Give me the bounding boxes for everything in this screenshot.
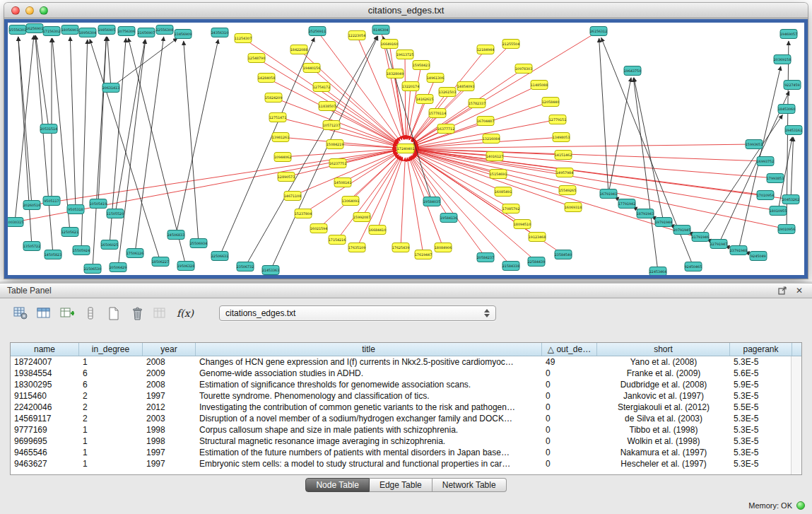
column-header-1[interactable]: in_degree	[79, 343, 143, 356]
svg-text:15782337: 15782337	[469, 102, 486, 105]
table-vertical-scrollbar[interactable]	[791, 356, 801, 474]
svg-text:15154691: 15154691	[490, 173, 507, 176]
table-cell: 0	[542, 368, 597, 379]
svg-text:23791948: 23791948	[730, 249, 747, 252]
table-cell: Wolkin et al. (1998)	[597, 436, 730, 447]
table-cell: 0	[542, 436, 597, 447]
table-row[interactable]: 1830029562008Estimation of significance …	[11, 379, 801, 390]
network-canvas[interactable]: 1555630116256901171563021805690318956304…	[8, 23, 804, 275]
svg-text:12184944: 12184944	[477, 48, 494, 52]
show-columns-icon[interactable]	[35, 305, 53, 322]
table-row[interactable]: 977716911998Corpus callosum shape and si…	[11, 424, 801, 436]
svg-text:16377712: 16377712	[437, 127, 454, 131]
column-header-0[interactable]: name	[11, 343, 79, 356]
svg-text:15556301: 15556301	[9, 28, 26, 32]
svg-text:20369158: 20369158	[774, 58, 791, 62]
zoom-window-icon[interactable]	[40, 6, 48, 15]
svg-text:17625439: 17625439	[392, 246, 409, 250]
svg-text:17156302: 17156302	[43, 30, 60, 33]
table-cell: 0	[542, 413, 597, 424]
svg-text:23456909: 23456909	[175, 33, 192, 36]
svg-text:14961306: 14961306	[427, 76, 444, 80]
table-cell: 1	[79, 436, 143, 447]
table-selector-dropdown[interactable]: citations_edges.txt	[219, 305, 496, 321]
table-row[interactable]: 946554611997Estimation of the future num…	[11, 447, 801, 458]
svg-text:25256911: 25256911	[309, 30, 326, 33]
table-cell: 9465546	[11, 447, 79, 458]
table-cell: 2009	[143, 368, 196, 379]
tab-node-table[interactable]: Node Table	[305, 478, 370, 492]
svg-text:13498053: 13498053	[553, 136, 570, 139]
table-cell: Corpus callosum shape and size in male p…	[196, 424, 542, 436]
node-table: namein_degreeyeartitle△ out_de…shortpage…	[10, 342, 802, 475]
function-builder-icon[interactable]: f(x)	[175, 305, 196, 322]
tab-edge-table[interactable]: Edge Table	[370, 478, 433, 492]
table-cell: 5.3E-5	[730, 356, 792, 368]
svg-text:21656907: 21656907	[138, 31, 155, 35]
svg-text:9505117: 9505117	[44, 199, 59, 203]
table-row[interactable]: 969969511998Structural magnetic resonanc…	[11, 436, 801, 447]
table-cell: 0	[542, 447, 597, 458]
table-row[interactable]: 2242004622012Investigating the contribut…	[11, 402, 801, 413]
table-cell: 9699695	[11, 436, 79, 447]
svg-text:21453363: 21453363	[262, 269, 279, 272]
svg-text:19791944: 19791944	[655, 221, 672, 224]
new-table-icon[interactable]	[105, 305, 123, 322]
svg-text:14284058: 14284058	[258, 76, 275, 80]
delete-table-icon[interactable]	[128, 305, 146, 322]
svg-text:19613725: 19613725	[396, 53, 413, 57]
table-toolbar: f(x) citations_edges.txt	[0, 298, 812, 324]
svg-text:15778114: 15778114	[429, 112, 446, 115]
table-cell: Estimation of significance thresholds fo…	[196, 379, 542, 390]
svg-text:18056903: 18056903	[61, 28, 78, 32]
svg-text:16085491: 16085491	[495, 190, 512, 194]
svg-text:13064091: 13064091	[342, 199, 359, 203]
table-cell: 1	[79, 447, 143, 458]
close-window-icon[interactable]	[11, 6, 20, 15]
svg-text:10505419: 10505419	[90, 202, 107, 206]
svg-text:14151462: 14151462	[555, 153, 572, 157]
column-header-6[interactable]: pagerank	[730, 343, 792, 356]
svg-text:20506429: 20506429	[110, 266, 126, 269]
import-table-icon[interactable]	[151, 305, 170, 322]
svg-text:23584540: 23584540	[555, 253, 572, 257]
table-row[interactable]: 911546021997Tourette syndrome. Phenomeno…	[11, 390, 801, 402]
table-cell: 1	[79, 458, 143, 469]
table-row[interactable]: 1456911722003Disruption of a novel membe…	[11, 413, 801, 424]
svg-text:15237804: 15237804	[295, 212, 312, 216]
column-view-icon[interactable]	[81, 305, 100, 322]
svg-text:14505823: 14505823	[45, 253, 61, 257]
table-cell: 2012	[143, 402, 196, 413]
column-header-5[interactable]: short	[597, 343, 730, 356]
table-cell: 5.6E-5	[730, 368, 792, 379]
table-cell: 1997	[143, 390, 196, 402]
svg-text:17993853: 17993853	[767, 177, 784, 180]
svg-text:14162615: 14162615	[416, 98, 433, 101]
svg-text:13981261: 13981261	[272, 136, 289, 139]
svg-text:18094510: 18094510	[514, 223, 531, 226]
svg-text:17791942: 17791942	[618, 202, 635, 206]
svg-text:16791941: 16791941	[600, 192, 617, 196]
svg-text:22791947: 22791947	[710, 243, 727, 246]
minimize-window-icon[interactable]	[25, 6, 34, 15]
svg-text:19643750: 19643750	[624, 69, 641, 73]
network-window: citations_edges.txt 15556301162569011715…	[4, 3, 808, 279]
table-row[interactable]: 946362711997Embryonic stem cells: a mode…	[11, 458, 801, 469]
table-mode-icon[interactable]	[11, 305, 30, 322]
float-panel-icon[interactable]	[777, 285, 788, 296]
tab-network-table[interactable]: Network Table	[433, 478, 507, 492]
window-titlebar[interactable]: citations_edges.txt	[4, 3, 808, 18]
svg-text:11505520: 11505520	[107, 212, 124, 216]
column-header-2[interactable]: year	[143, 343, 196, 356]
table-cell: 5.3E-5	[730, 413, 792, 424]
table-row[interactable]: 1872400712008Changes of HCN gene express…	[11, 356, 801, 368]
svg-text:11254307: 11254307	[235, 37, 252, 40]
column-header-3[interactable]: title	[196, 343, 542, 356]
column-header-4[interactable]: △ out_de…	[542, 343, 597, 356]
table-row[interactable]: 1938455462009Genome-wide association stu…	[11, 368, 801, 379]
svg-text:20756306: 20756306	[118, 30, 135, 33]
table-cell: 5.5E-5	[730, 402, 792, 413]
table-cell: Stergiakouli et al. (2012)	[597, 402, 730, 413]
create-column-icon[interactable]	[58, 305, 76, 322]
close-panel-icon[interactable]: ✕	[794, 285, 805, 296]
